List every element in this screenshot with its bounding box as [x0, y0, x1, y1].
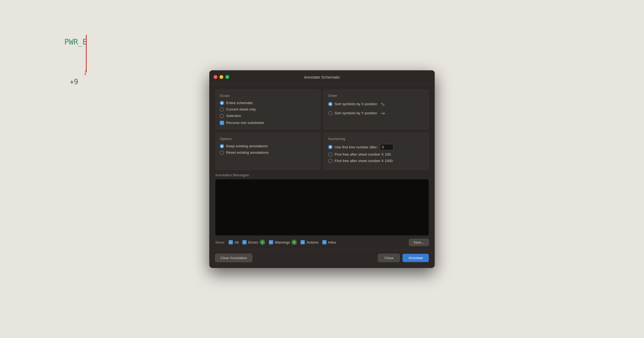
options-reset-label: Reset existing annotations [226, 150, 269, 155]
titlebar-buttons [214, 75, 229, 79]
recurse-label: Recurse into subsheets [226, 121, 264, 125]
show-all-label: All [235, 240, 239, 244]
show-infos-checkbox[interactable]: ✓ [322, 240, 327, 244]
warnings-badge: 0 [291, 240, 297, 245]
scope-section: Scope Entire schematic Current sheet onl… [215, 90, 320, 130]
show-errors-checkmark: ✓ [243, 241, 246, 244]
show-warnings-checkbox[interactable]: ✓ [269, 240, 273, 244]
options-keep-row: Keep existing annotations [220, 144, 316, 148]
numbering-sheet-100-label: First free after sheet number X 100 [335, 152, 391, 156]
order-x-radio-dot [330, 103, 331, 105]
numbering-label: Numbering [328, 137, 424, 141]
middle-sections: Options Keep existing annotations Reset … [215, 133, 429, 170]
scope-current-row: Current sheet only [220, 107, 316, 112]
show-warnings-checkmark: ✓ [270, 241, 272, 244]
options-reset-row: Reset existing annotations [220, 150, 316, 155]
order-y-radio[interactable] [328, 111, 332, 115]
show-errors-checkbox[interactable]: ✓ [242, 240, 247, 244]
show-all-checkbox[interactable]: ✓ [229, 240, 233, 244]
show-warnings-label: Warnings [275, 240, 290, 244]
scope-current-radio[interactable] [220, 107, 224, 112]
bottom-bar: Clear Annotation Close Annotate [215, 254, 429, 262]
maximize-window-button[interactable] [225, 75, 229, 79]
show-actions-checkbox[interactable]: ✓ [301, 240, 305, 244]
show-actions-checkmark: ✓ [302, 241, 304, 244]
show-infos-label: Infos [328, 240, 336, 244]
numbering-section: Numbering Use first free number after: F… [324, 133, 429, 170]
order-y-row: Sort symbols by Y position ⇝ [328, 110, 424, 116]
order-x-label: Sort symbols by X position [335, 102, 377, 106]
errors-badge: 0 [260, 240, 265, 245]
scope-entire-radio-dot [221, 102, 223, 104]
save-button[interactable]: Save... [409, 239, 429, 246]
options-label: Options [220, 137, 316, 141]
show-all-item: ✓ All [229, 240, 239, 244]
show-bar: Show: ✓ All ✓ Errors 0 ✓ Warnings 0 [215, 239, 429, 246]
order-section: Order Sort symbols by X position ∿ Sort … [324, 90, 429, 130]
options-keep-radio[interactable] [220, 144, 224, 148]
annotate-schematic-dialog: Annotate Schematic Scope Entire schemati… [209, 70, 435, 268]
show-warnings-item: ✓ Warnings 0 [269, 240, 297, 245]
order-x-radio[interactable] [328, 102, 332, 106]
scope-entire-radio[interactable] [220, 101, 224, 105]
dialog-title: Annotate Schematic [304, 75, 340, 79]
minimize-window-button[interactable] [219, 75, 223, 79]
action-buttons: Close Annotate [378, 254, 429, 262]
recurse-row: ✓ Recurse into subsheets [220, 121, 316, 125]
numbering-sheet-1000-radio[interactable] [328, 159, 332, 163]
options-keep-label: Keep existing annotations [226, 144, 268, 148]
messages-label: Annotation Messages: [215, 173, 429, 177]
order-y-icon: ⇝ [380, 110, 385, 116]
options-keep-radio-dot [221, 145, 223, 147]
recurse-checkbox[interactable]: ✓ [220, 121, 224, 125]
numbering-first-free-row: Use first free number after: [328, 144, 424, 150]
scope-current-label: Current sheet only [226, 107, 256, 111]
scope-label: Scope [220, 94, 316, 98]
separator [215, 250, 429, 250]
numbering-first-free-radio[interactable] [328, 145, 332, 149]
show-actions-label: Actions [306, 240, 318, 244]
numbering-first-free-radio-dot [330, 146, 331, 148]
numbering-input[interactable] [380, 144, 393, 150]
clear-annotation-button[interactable]: Clear Annotation [215, 254, 252, 262]
order-x-row: Sort symbols by X position ∿ [328, 101, 424, 107]
scope-selection-row: Selection [220, 114, 316, 118]
numbering-sheet-1000-label: First free after sheet number X 1000 [335, 159, 393, 163]
close-button[interactable]: Close [378, 254, 400, 262]
show-errors-item: ✓ Errors 0 [242, 240, 265, 245]
recurse-checkmark: ✓ [221, 121, 223, 124]
show-errors-label: Errors [248, 240, 258, 244]
top-sections: Scope Entire schematic Current sheet onl… [215, 90, 429, 130]
scope-selection-label: Selection [226, 114, 241, 118]
bg-schematic-arrow: ↓ [83, 67, 87, 77]
options-reset-radio[interactable] [220, 150, 224, 155]
numbering-sheet-100-radio[interactable] [328, 152, 332, 157]
order-y-label: Sort symbols by Y position [335, 111, 377, 115]
dialog-body: Scope Entire schematic Current sheet onl… [209, 84, 435, 268]
show-label: Show: [215, 240, 225, 244]
bg-schematic-line [86, 35, 87, 72]
annotate-button[interactable]: Annotate [402, 254, 429, 262]
numbering-sheet-100-row: First free after sheet number X 100 [328, 152, 424, 157]
numbering-first-free-label: Use first free number after: [335, 145, 378, 149]
order-x-icon: ∿ [380, 101, 385, 107]
show-infos-item: ✓ Infos [322, 240, 336, 244]
titlebar: Annotate Schematic [209, 70, 435, 84]
scope-entire-row: Entire schematic [220, 101, 316, 105]
scope-entire-label: Entire schematic [226, 101, 253, 105]
close-window-button[interactable] [214, 75, 217, 79]
scope-selection-radio[interactable] [220, 114, 224, 118]
options-section: Options Keep existing annotations Reset … [215, 133, 320, 170]
show-all-checkmark: ✓ [230, 241, 232, 244]
order-label: Order [328, 94, 424, 98]
show-actions-item: ✓ Actions [301, 240, 318, 244]
show-infos-checkmark: ✓ [323, 241, 325, 244]
bg-schematic-plus: +9 [70, 78, 78, 86]
bg-schematic-label: PWR_E [64, 38, 87, 46]
messages-box [215, 179, 429, 236]
numbering-sheet-1000-row: First free after sheet number X 1000 [328, 159, 424, 163]
